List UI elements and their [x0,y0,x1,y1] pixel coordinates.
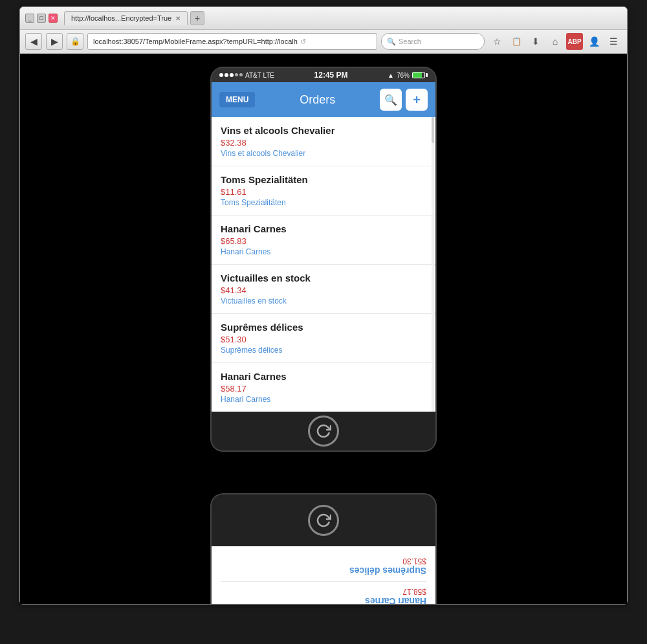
signal-dots [219,73,243,77]
scroll-indicator [432,117,434,412]
dot-4 [235,73,238,76]
signal-arrow: ▲ [388,72,394,79]
order-item-0[interactable]: Vins et alcools Chevalier $32.38 Vins et… [212,117,435,166]
mirrored-amount-1: $51.30 [221,557,426,566]
tab-title: http://localhos...Encrypted=True [71,14,171,22]
new-tab-button[interactable]: + [190,11,204,25]
menu-button[interactable]: MENU [219,92,255,107]
order-company-5: Hanari Carnes [221,395,426,404]
scroll-thumb [432,117,434,143]
phone-carrier: AT&T LTE [219,72,274,79]
order-name-4: Suprêmes délices [221,322,426,333]
order-item-4[interactable]: Suprêmes délices $51.30 Suprêmes délices [212,314,435,363]
phone-time: 12:45 PM [314,71,348,80]
download-icon[interactable]: ⬇ [527,33,544,50]
refresh-icon-svg [316,423,331,439]
order-item-2[interactable]: Hanari Carnes $65.83 Hanari Carnes [212,216,435,265]
order-amount-0: $32.38 [221,138,426,148]
refresh-icon-svg-2 [316,513,331,528]
browser-window: _ □ ✕ http://localhos...Encrypted=True ✕… [19,6,628,605]
menu-icon[interactable]: ☰ [605,33,622,50]
mirrored-name-1: Suprêmes délices [221,566,426,576]
phone-bottom-bar [212,412,435,450]
search-button[interactable]: 🔍 [380,89,402,111]
search-icon: 🔍 [387,38,396,46]
order-amount-2: $65.83 [221,236,426,246]
reader-icon[interactable]: 📋 [508,33,525,50]
phone-frame-bottom: Hanari Carnes $58.17 Suprêmes délices $5… [210,493,437,604]
browser-titlebar: _ □ ✕ http://localhos...Encrypted=True ✕… [20,7,627,30]
order-company-0: Vins et alcools Chevalier [221,149,426,158]
adblock-badge[interactable]: ABP [566,33,583,50]
mirrored-item-0: Hanari Carnes $58.17 [221,581,426,604]
order-amount-5: $58.17 [221,384,426,394]
battery-icon [412,72,428,78]
order-name-2: Hanari Carnes [221,223,426,234]
dot-2 [225,73,228,77]
order-company-1: Toms Spezialitäten [221,198,426,207]
order-name-0: Vins et alcools Chevalier [221,125,426,136]
address-text: localhost:38057/Temp/MobileFrame.aspx?te… [93,38,298,45]
order-company-2: Hanari Carnes [221,247,426,256]
browser-toolbar: ◀ ▶ 🔒 localhost:38057/Temp/MobileFrame.a… [20,30,627,54]
dot-3 [230,73,234,77]
app-title: Orders [300,93,335,107]
address-bar[interactable]: localhost:38057/Temp/MobileFrame.aspx?te… [87,33,377,50]
order-amount-4: $51.30 [221,335,426,344]
active-tab[interactable]: http://localhos...Encrypted=True ✕ [64,11,188,25]
phone-status-bar: AT&T LTE 12:45 PM ▲ 76% [212,68,435,82]
battery-percent: 76% [397,72,410,79]
lock-icon: 🔒 [67,33,83,50]
order-company-3: Victuailles en stock [221,296,426,305]
phone-bottom-2 [212,494,435,546]
battery-fill [413,72,422,78]
app-header: MENU Orders 🔍 + [212,82,435,117]
carrier-text: AT&T LTE [245,72,274,79]
mirrored-amount-0: $58.17 [221,587,426,596]
window-controls: _ □ ✕ [25,14,58,23]
home-icon[interactable]: ⌂ [547,33,564,50]
order-name-3: Victuailles en stock [221,272,426,283]
mirrored-content: Hanari Carnes $58.17 Suprêmes délices $5… [212,546,435,604]
user-icon[interactable]: 👤 [586,33,602,50]
back-button[interactable]: ◀ [25,33,42,50]
bookmark-icon[interactable]: ☆ [488,33,505,50]
order-amount-3: $41.34 [221,285,426,295]
search-bar[interactable]: 🔍 Search [381,33,485,50]
order-item-5[interactable]: Hanari Carnes $58.17 Hanari Carnes [212,363,435,412]
order-name-5: Hanari Carnes [221,371,426,382]
header-actions: 🔍 + [380,89,428,111]
dot-1 [219,73,223,77]
order-amount-1: $11.61 [221,187,426,197]
close-button[interactable]: ✕ [49,14,58,23]
mirrored-item-1: Suprêmes délices $51.30 [221,551,426,581]
minimize-button[interactable]: _ [25,14,34,23]
phone-frame-top: AT&T LTE 12:45 PM ▲ 76% MENU O [210,67,437,452]
add-button[interactable]: + [406,89,428,111]
order-item-3[interactable]: Victuailles en stock $41.34 Victuailles … [212,265,435,314]
phone-battery: ▲ 76% [388,72,428,79]
maximize-button[interactable]: □ [37,14,46,23]
phone-screen: Vins et alcools Chevalier $32.38 Vins et… [212,117,435,412]
refresh-button-2[interactable] [308,505,339,536]
refresh-button[interactable] [308,416,339,447]
mirrored-name-0: Hanari Carnes [221,596,426,604]
battery-body [412,72,425,78]
order-name-1: Toms Spezialitäten [221,174,426,185]
dot-5 [239,73,243,76]
toolbar-icons: ☆ 📋 ⬇ ⌂ ABP 👤 ☰ [488,33,622,50]
orders-list: Vins et alcools Chevalier $32.38 Vins et… [212,117,435,412]
tab-bar: http://localhos...Encrypted=True ✕ + [64,11,204,25]
refresh-icon[interactable]: ↺ [300,38,306,46]
search-placeholder: Search [399,38,421,45]
tab-close-button[interactable]: ✕ [175,15,181,22]
order-company-4: Suprêmes délices [221,346,426,355]
forward-button[interactable]: ▶ [46,33,63,50]
order-item-1[interactable]: Toms Spezialitäten $11.61 Toms Spezialit… [212,166,435,216]
battery-tip [426,73,428,77]
browser-content: AT&T LTE 12:45 PM ▲ 76% MENU O [20,54,627,604]
